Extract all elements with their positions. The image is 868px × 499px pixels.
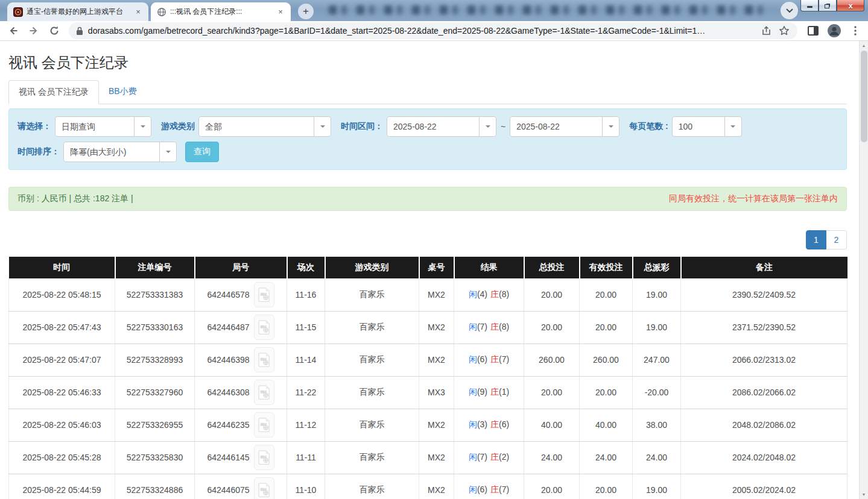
cell-session: 11-11 [287,441,325,474]
cell-game: 百家乐 [325,311,419,344]
cell-valid-bet: 20.00 [580,311,633,344]
cell-result: 闲(7)庄(2) [454,441,524,474]
cell-payout: 24.00 [633,441,681,474]
cell-valid-bet: 20.00 [580,278,633,311]
search-button[interactable]: 查询 [185,142,219,162]
sort-select[interactable]: 降幂(由大到小) [63,142,177,162]
cell-bet-id: 522753325830 [115,441,195,474]
cell-session: 11-10 [287,474,325,499]
cell-total-bet-link[interactable]: 40.00 [524,409,580,441]
dropdown-caret-icon[interactable] [159,142,176,162]
back-icon[interactable] [5,22,22,39]
window-close-button[interactable]: x [837,0,864,11]
cell-total-bet-link[interactable]: 260.00 [524,344,580,376]
col-table: 桌号 [419,257,454,278]
cell-total-bet-link[interactable]: 20.00 [524,474,580,499]
tab-title: 通宝-信誉最好的网上游戏平台 [27,7,130,17]
cell-total-bet-link[interactable]: 20.00 [524,278,580,311]
cell-valid-bet: 24.00 [580,441,633,474]
cell-payout: 19.00 [633,474,681,499]
dropdown-caret-icon[interactable] [479,117,496,136]
tab-title: :::视讯 会员下注纪录::: [170,7,272,17]
page-button-2[interactable]: 2 [826,230,847,250]
new-tab-button[interactable]: + [298,4,314,19]
dropdown-caret-icon[interactable] [724,117,741,136]
address-bar[interactable]: dorasabs.com/game/betrecord_search/kind3… [69,22,797,39]
date-end-select[interactable]: 2025-08-22 [510,116,619,137]
reload-icon[interactable] [46,22,63,39]
table-row: 2025-08-22 05:46:33 522753327960 6424463… [9,376,847,409]
video-replay-button[interactable] [254,380,274,405]
menu-dots-icon[interactable] [847,23,863,39]
tab-bb-tip[interactable]: BB小费 [99,80,147,104]
cell-time: 2025-08-22 05:47:43 [9,311,115,344]
page-button-1[interactable]: 1 [806,230,826,250]
browser-tab-tongbao[interactable]: 通宝-信誉最好的网上游戏平台 × [7,2,148,21]
cell-time: 2025-08-22 05:47:07 [9,344,115,376]
cell-payout: -20.00 [633,376,681,409]
globe-favicon-icon [157,7,166,17]
dropdown-caret-icon[interactable] [134,117,151,136]
tab-betrecord[interactable]: 视讯 会员下注纪录 [8,80,99,104]
video-replay-button[interactable] [254,445,274,470]
cell-session: 11-14 [287,344,325,376]
forward-icon[interactable] [25,22,42,39]
date-start-select[interactable]: 2025-08-22 [387,116,496,137]
scroll-down-icon[interactable]: ▼ [860,490,868,499]
share-icon[interactable] [759,24,773,38]
cell-note: 2048.02/2086.02 [681,409,847,441]
bookmark-star-icon[interactable] [777,24,791,38]
tab-search-chevron-icon[interactable] [781,2,798,19]
cell-game: 百家乐 [325,474,419,499]
col-note: 备注 [681,257,847,278]
cell-round: 642446235 [195,409,287,441]
tab-close-icon[interactable]: × [133,7,143,17]
cell-result: 闲(6)庄(7) [454,344,524,376]
col-valid-bet: 有效投注 [580,257,633,278]
game-type-select[interactable]: 全部 [198,116,331,137]
cell-total-bet-link[interactable]: 20.00 [524,311,580,344]
cell-valid-bet: 260.00 [580,344,633,376]
cell-round: 642446578 [195,278,287,311]
video-replay-button[interactable] [254,347,274,372]
cell-time: 2025-08-22 05:45:28 [9,441,115,474]
cell-bet-id: 522753324886 [115,474,195,499]
profile-avatar-icon[interactable] [826,23,842,39]
vertical-scrollbar[interactable]: ▲ ▼ [859,41,868,499]
video-replay-button[interactable] [254,315,274,340]
video-replay-button[interactable] [254,412,274,438]
cell-payout: 247.00 [633,344,681,376]
video-replay-button[interactable] [254,477,274,499]
cell-total-bet-link[interactable]: 20.00 [524,376,580,409]
cell-round: 642446487 [195,311,287,344]
lock-icon[interactable] [76,27,83,36]
bet-record-table: 时间 注单编号 局号 场次 游戏类别 桌号 结果 总投注 有效投注 总派彩 备注… [8,257,847,499]
tab-close-icon[interactable]: × [276,7,285,17]
table-row: 2025-08-22 05:47:07 522753328993 6424463… [9,344,847,376]
tongbao-favicon-icon [13,7,23,17]
per-page-select[interactable]: 100 [672,116,742,137]
cell-note: 2066.02/2313.02 [681,344,847,376]
dropdown-caret-icon[interactable] [314,117,331,136]
window-restore-button[interactable] [819,0,837,11]
browser-tab-betrecord[interactable]: :::视讯 会员下注纪录::: × [151,2,291,21]
cell-total-bet-link[interactable]: 24.00 [524,441,580,474]
video-replay-button[interactable] [254,282,274,307]
url-text[interactable]: dorasabs.com/game/betrecord_search/kind3… [88,26,755,36]
scroll-up-icon[interactable]: ▲ [860,41,868,50]
window-minimize-button[interactable] [800,0,819,11]
cell-bet-id: 522753328993 [115,344,195,376]
scrollbar-thumb[interactable] [861,51,867,142]
query-mode-select[interactable]: 日期查询 [55,116,151,137]
dropdown-caret-icon[interactable] [602,117,619,136]
cell-payout: 38.00 [633,409,681,441]
col-game: 游戏类别 [325,257,419,278]
side-panel-icon[interactable] [805,23,821,39]
cell-table: MX2 [419,409,454,441]
cell-table: MX2 [419,344,454,376]
cell-note: 2086.02/2066.02 [681,376,847,409]
col-payout: 总派彩 [633,257,681,278]
cell-round: 642446398 [195,344,287,376]
cell-time: 2025-08-22 05:48:15 [9,278,115,311]
col-session: 场次 [287,257,325,278]
